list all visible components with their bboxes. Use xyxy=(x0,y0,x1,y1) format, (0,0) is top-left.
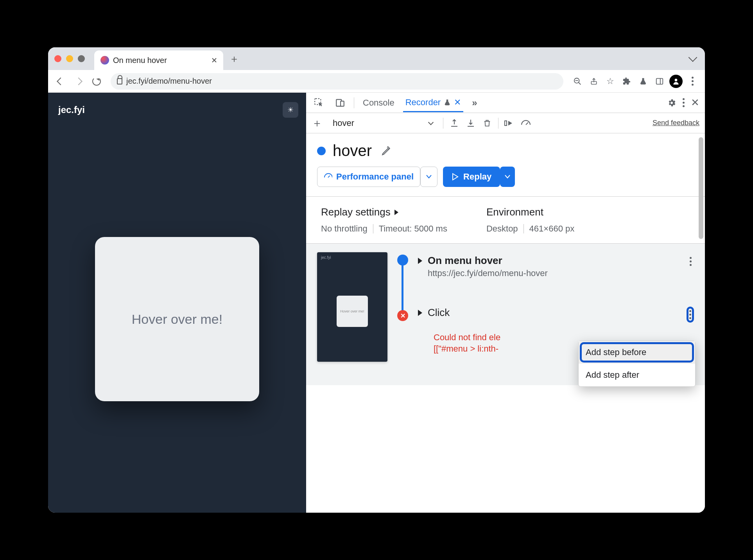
browser-menu-button[interactable] xyxy=(685,74,700,89)
svg-rect-4 xyxy=(656,78,663,84)
svg-rect-9 xyxy=(341,101,344,106)
separator xyxy=(524,224,524,233)
browser-tab[interactable]: On menu hover xyxy=(94,50,223,70)
tab-strip: On menu hover ＋ xyxy=(48,47,705,70)
step-thumbnail: jec.fyi Hover over me! xyxy=(317,252,387,362)
forward-button[interactable] xyxy=(71,74,86,89)
tabs-overflow-button[interactable] xyxy=(687,53,699,65)
replay-settings-block: Replay settings No throttling Timeout: 5… xyxy=(321,206,447,234)
step-title: Click xyxy=(428,307,450,319)
devtools-panel: Console Recorder ✕ » ✕ xyxy=(306,93,705,513)
device-toggle-button[interactable] xyxy=(333,94,348,112)
browser-window: On menu hover ＋ jec.fyi/demo/menu-hover … xyxy=(48,47,705,513)
arrow-left-icon xyxy=(57,77,65,85)
arrow-right-icon xyxy=(75,77,82,85)
close-tab-icon[interactable] xyxy=(212,57,217,63)
device-value: Desktop xyxy=(486,224,518,234)
theme-toggle-button[interactable]: ☀ xyxy=(283,102,298,118)
separator xyxy=(498,118,498,129)
tab-console[interactable]: Console xyxy=(360,94,397,112)
more-tabs-button[interactable]: » xyxy=(470,93,479,112)
profile-avatar[interactable] xyxy=(668,74,684,89)
step-list: On menu hover https://jec.fyi/demo/menu-… xyxy=(418,252,694,362)
step-more-button[interactable] xyxy=(687,255,694,268)
edit-title-button[interactable] xyxy=(381,146,391,156)
environment-heading: Environment xyxy=(486,206,574,218)
zoom-out-icon[interactable] xyxy=(570,74,585,89)
replay-settings-heading[interactable]: Replay settings xyxy=(321,206,447,218)
svg-point-6 xyxy=(675,79,678,81)
share-icon[interactable] xyxy=(586,74,602,89)
hover-card[interactable]: Hover over me! xyxy=(95,237,259,401)
replay-button[interactable]: Replay xyxy=(443,167,500,187)
minimize-window-icon[interactable] xyxy=(66,55,73,62)
delete-button[interactable] xyxy=(482,118,493,129)
recorder-body: hover Performance panel xyxy=(306,133,705,513)
avatar-icon xyxy=(669,75,683,88)
new-recording-button[interactable]: ＋ xyxy=(312,116,323,131)
mini-hover-card: Hover over me! xyxy=(337,296,368,327)
step-subtitle: https://jec.fyi/demo/menu-hover xyxy=(428,268,548,278)
scrollbar[interactable] xyxy=(699,133,704,513)
close-panel-icon[interactable]: ✕ xyxy=(454,97,461,108)
devtools-more-button[interactable] xyxy=(683,98,685,107)
devtools-tab-bar: Console Recorder ✕ » ✕ xyxy=(306,93,705,113)
reload-icon xyxy=(92,77,101,86)
toolbar-icons: ☆ xyxy=(570,74,700,89)
collapse-toggle-icon[interactable] xyxy=(418,258,422,264)
caret-right-icon xyxy=(394,210,398,215)
steps-area: jec.fyi Hover over me! ✕ xyxy=(306,244,705,385)
labs-flask-icon[interactable] xyxy=(635,74,651,89)
site-brand: jec.fyi xyxy=(58,104,296,115)
flask-icon xyxy=(444,99,451,106)
content-area: jec.fyi ☀ Hover over me! Console Recor xyxy=(48,93,705,513)
collapse-toggle-icon[interactable] xyxy=(418,310,422,316)
timeline-error-dot: ✕ xyxy=(397,310,408,321)
close-devtools-button[interactable]: ✕ xyxy=(691,97,699,109)
inspect-element-button[interactable] xyxy=(312,94,326,112)
step-row-click[interactable]: Click xyxy=(418,304,694,325)
back-button[interactable] xyxy=(53,74,68,89)
import-button[interactable] xyxy=(465,118,476,129)
step-over-button[interactable] xyxy=(504,118,515,129)
separator xyxy=(354,97,354,108)
reload-button[interactable] xyxy=(89,74,104,89)
performance-panel-dropdown[interactable] xyxy=(420,167,437,187)
tab-recorder[interactable]: Recorder ✕ xyxy=(403,93,463,112)
settings-row: Replay settings No throttling Timeout: 5… xyxy=(306,197,705,243)
recording-header: hover xyxy=(306,133,705,167)
new-tab-button[interactable]: ＋ xyxy=(226,51,242,66)
export-button[interactable] xyxy=(449,118,460,129)
replay-dropdown[interactable] xyxy=(500,167,515,187)
slow-replay-button[interactable] xyxy=(520,118,531,129)
dots-vertical-icon xyxy=(692,77,694,86)
dots-vertical-icon xyxy=(689,310,691,319)
svg-line-1 xyxy=(579,82,581,84)
recording-select[interactable]: hover xyxy=(328,116,437,130)
scrollbar-thumb[interactable] xyxy=(699,137,703,239)
lock-icon xyxy=(117,78,122,84)
close-window-icon[interactable] xyxy=(54,55,61,62)
separator xyxy=(373,224,373,233)
maximize-window-icon[interactable] xyxy=(78,55,85,62)
browser-toolbar: jec.fyi/demo/menu-hover ☆ xyxy=(48,70,705,93)
chevron-down-icon xyxy=(688,53,697,62)
window-controls xyxy=(54,55,85,62)
side-panel-icon[interactable] xyxy=(652,74,667,89)
environment-block: Environment Desktop 461×660 px xyxy=(486,206,574,234)
send-feedback-link[interactable]: Send feedback xyxy=(653,119,699,127)
address-bar[interactable]: jec.fyi/demo/menu-hover xyxy=(111,73,563,90)
extensions-icon[interactable] xyxy=(619,74,635,89)
sun-icon: ☀ xyxy=(287,106,294,114)
menu-add-step-after[interactable]: Add step after xyxy=(579,364,695,386)
performance-panel-button[interactable]: Performance panel xyxy=(317,167,420,187)
bookmark-star-icon[interactable]: ☆ xyxy=(602,74,618,89)
step-more-button-active[interactable] xyxy=(687,307,694,323)
step-row-navigate[interactable]: On menu hover https://jec.fyi/demo/menu-… xyxy=(418,252,694,281)
dimensions-value: 461×660 px xyxy=(529,224,575,234)
devtools-settings-button[interactable] xyxy=(667,98,676,108)
favicon-icon xyxy=(100,56,109,65)
separator xyxy=(443,118,443,129)
step-title: On menu hover xyxy=(428,255,548,267)
menu-add-step-before[interactable]: Add step before xyxy=(579,341,695,364)
